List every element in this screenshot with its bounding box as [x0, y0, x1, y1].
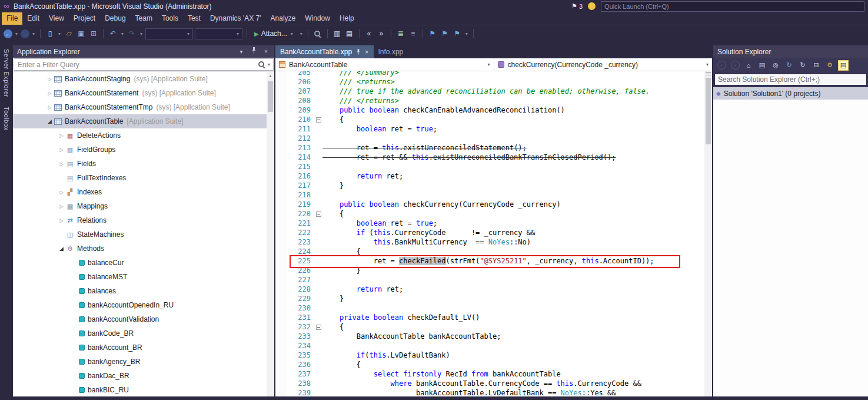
tree-item-bankaccountopenedin-ru[interactable]: bankAccountOpenedIn_RU — [13, 298, 267, 312]
menu-file[interactable]: File — [2, 12, 22, 25]
editor-tab-bankaccounttable-xpp[interactable]: BankAccountTable.xpp× — [275, 45, 374, 58]
pending-changes-filter-icon[interactable]: ◎ — [770, 60, 781, 71]
properties-icon[interactable]: ⚙ — [824, 60, 835, 71]
code-line-233[interactable]: 233 BankAccountTable bankAccountTable; — [275, 332, 704, 341]
menu-tools[interactable]: Tools — [157, 12, 183, 25]
code-line-219[interactable]: 219 public boolean checkCurrency(Currenc… — [275, 200, 704, 209]
scroll-thumb[interactable] — [268, 81, 273, 112]
code-line-232[interactable]: 232 { — [275, 322, 704, 332]
menu-view[interactable]: View — [44, 12, 69, 25]
new-file-icon[interactable]: ▯ — [45, 28, 55, 39]
code-line-230[interactable]: 230 — [275, 303, 704, 313]
toolbar-dropdown-caret-icon[interactable]: ▾ — [57, 31, 62, 37]
search-icon[interactable] — [258, 61, 265, 68]
menu-team[interactable]: Team — [131, 12, 157, 25]
window-position-caret-icon[interactable]: ▾ — [237, 48, 245, 56]
code-line-238[interactable]: 238 where bankAccountTable.CurrencyCode … — [275, 379, 704, 388]
tree-item-fields[interactable]: ▷▤Fields — [13, 157, 267, 171]
next-bookmark-icon[interactable]: ⚑ — [452, 28, 463, 39]
code-line-205[interactable]: 205 /// </summary> — [275, 71, 704, 77]
code-line-207[interactable]: 207 /// true if the advanced reconciliat… — [275, 87, 704, 96]
fold-collapse-icon[interactable] — [316, 211, 321, 217]
tree-item-statemachines[interactable]: ◫StateMachines — [13, 227, 267, 242]
sync-with-active-document-icon[interactable]: ↻ — [784, 60, 794, 71]
find-in-files-icon[interactable] — [312, 28, 323, 39]
navigate-forward-icon[interactable]: › — [730, 60, 740, 71]
comment-selection-icon[interactable]: ≣ — [395, 28, 406, 39]
tree-item-methods[interactable]: ◢⚙Methods — [13, 242, 267, 256]
fold-collapse-icon[interactable] — [316, 325, 321, 330]
code-line-215[interactable]: 215 — [275, 162, 704, 171]
preview-selected-items-icon[interactable]: ▤ — [838, 60, 849, 71]
sidebar-tab-server-explorer[interactable]: Server Explorer — [3, 49, 10, 97]
parameter-info-icon[interactable]: ▤ — [344, 28, 355, 39]
tree-item-deleteactions[interactable]: ▷▦DeleteActions — [13, 128, 267, 143]
close-icon[interactable]: × — [262, 48, 270, 56]
code-line-208[interactable]: 208 /// </returns> — [275, 96, 704, 105]
refresh-icon[interactable]: ↻ — [797, 60, 808, 71]
code-line-218[interactable]: 218 — [275, 190, 704, 200]
sidebar-tab-toolbox[interactable]: Toolbox — [3, 107, 10, 131]
tree-item-bankagency-br[interactable]: bankAgency_BR — [13, 355, 267, 369]
tree-item-bankaccountstatementtmp[interactable]: ▷BankAccountStatementTmp(sys) [Applicati… — [13, 100, 267, 114]
splitter-grip[interactable] — [704, 72, 712, 78]
menu-dynamics-ax-7[interactable]: Dynamics 'AX 7' — [205, 12, 266, 25]
code-line-206[interactable]: 206 /// <returns> — [275, 77, 704, 87]
code-line-236[interactable]: 236 { — [275, 360, 704, 369]
code-line-210[interactable]: 210 { — [275, 115, 704, 124]
tree-item-bankbic-ru[interactable]: bankBIC_RU — [13, 383, 267, 396]
code-line-221[interactable]: 221 boolean ret = true; — [275, 219, 704, 228]
expand-arrow-icon[interactable]: ▷ — [46, 105, 54, 110]
member-dropdown[interactable]: checkCurrency(CurrencyCode _currency) ▾ — [494, 58, 713, 71]
quick-launch-input[interactable] — [601, 1, 864, 12]
code-line-239[interactable]: 239 bankAccountTable.LvDefaultBank == No… — [275, 388, 704, 396]
indent-increase-icon[interactable]: » — [376, 28, 387, 39]
menu-test[interactable]: Test — [183, 12, 205, 25]
toolbar-dropdown-caret-icon[interactable]: ▾ — [120, 31, 125, 37]
toolbar-dropdown-caret-icon[interactable]: ▾ — [31, 31, 36, 37]
save-icon[interactable]: ▣ — [76, 28, 87, 39]
pin-icon[interactable] — [356, 49, 361, 55]
code-line-228[interactable]: 228 return ret; — [275, 285, 704, 294]
feedback-smiley-icon[interactable] — [588, 2, 596, 10]
app-explorer-tree[interactable]: ▷BankAccountStaging(sys) [Application Su… — [13, 72, 274, 396]
solution-configurations-combobox[interactable]: ▾ — [145, 28, 193, 39]
collapse-arrow-icon[interactable]: ◢ — [46, 118, 54, 124]
tree-item-fulltextindexes[interactable]: ▤FullTextIndexes — [13, 171, 267, 185]
tree-item-fieldgroups[interactable]: ▷▥FieldGroups — [13, 143, 267, 157]
expand-arrow-icon[interactable]: ▷ — [58, 161, 65, 167]
tree-item-bankaccountvalidation[interactable]: bankAccountValidation — [13, 312, 267, 326]
expand-arrow-icon[interactable]: ▷ — [58, 204, 65, 209]
menu-project[interactable]: Project — [69, 12, 100, 25]
solution-search-input[interactable] — [714, 74, 867, 85]
undo-icon[interactable]: ↶ — [108, 28, 118, 39]
expand-arrow-icon[interactable]: ▷ — [58, 147, 65, 153]
code-line-235[interactable]: 235 if(this.LvDefaultBank) — [275, 351, 704, 360]
code-line-213[interactable]: 213 ret = this.existUnreconciledStatemen… — [275, 143, 704, 153]
toolbar-dropdown-caret-icon[interactable]: ▾ — [299, 31, 304, 37]
navigate-back-icon[interactable]: ‹ — [716, 60, 727, 71]
expand-arrow-icon[interactable]: ▷ — [58, 218, 65, 223]
tree-item-balancemst[interactable]: balanceMST — [13, 270, 267, 284]
code-line-225[interactable]: 225 ret = checkFailed(strFmt("@SYS25211"… — [275, 256, 704, 266]
code-line-234[interactable]: 234 — [275, 341, 704, 351]
code-line-224[interactable]: 224 { — [275, 247, 704, 256]
navigate-forward-icon[interactable]: → — [21, 29, 29, 38]
attach-button[interactable]: ▶Attach...▾ — [251, 29, 297, 38]
code-line-220[interactable]: 220 { — [275, 209, 704, 219]
type-dropdown[interactable]: BankAccountTable ▾ — [275, 58, 494, 71]
redo-icon[interactable]: ↷ — [127, 28, 137, 39]
tree-item-indexes[interactable]: ▷▞Indexes — [13, 185, 267, 199]
switch-views-icon[interactable]: ▤ — [757, 60, 767, 71]
tree-item-balancecur[interactable]: balanceCur — [13, 256, 267, 270]
notifications-button[interactable]: ⚑ 3 — [571, 2, 583, 10]
editor-scrollbar[interactable] — [704, 71, 712, 396]
menu-window[interactable]: Window — [300, 12, 335, 25]
fold-collapse-icon[interactable] — [316, 117, 321, 123]
home-icon[interactable]: ⌂ — [743, 60, 754, 71]
menu-analyze[interactable]: Analyze — [266, 12, 301, 25]
code-line-217[interactable]: 217 } — [275, 181, 704, 190]
tree-item-bankaccounttable[interactable]: ◢BankAccountTable[Application Suite] — [13, 114, 267, 128]
uncomment-selection-icon[interactable]: ≡ — [408, 28, 418, 39]
code-line-237[interactable]: 237 select firstonly RecId from bankAcco… — [275, 369, 704, 379]
